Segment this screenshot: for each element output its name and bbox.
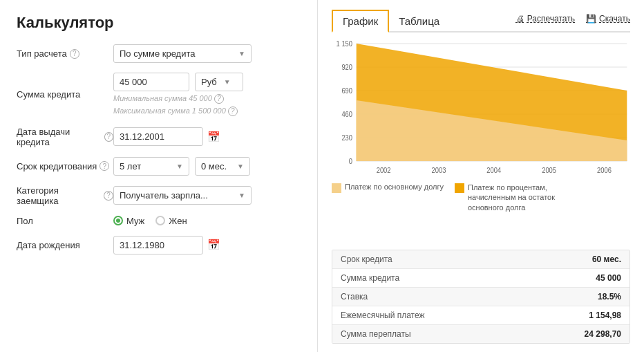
gender-row: Пол Муж Жен: [17, 216, 301, 226]
print-link[interactable]: 🖨 Распечатать: [516, 14, 575, 24]
gender-female-radio[interactable]: [155, 216, 165, 225]
category-select[interactable]: Получатель зарпла... ▼: [113, 186, 252, 205]
term-years-select[interactable]: 5 лет ▼: [113, 157, 189, 176]
left-panel: Калькулятор Тип расчета ? По сумме креди…: [0, 0, 318, 352]
chart-legend: Платеж по основному долгу Платеж по проц…: [332, 183, 630, 212]
calc-type-arrow-icon: ▼: [238, 50, 245, 57]
svg-text:460: 460: [341, 111, 352, 118]
calc-type-help-icon[interactable]: ?: [70, 49, 79, 59]
issue-date-controls: 📅: [113, 127, 301, 146]
loan-amount-label: Сумма кредита: [17, 89, 113, 100]
chart-area: 1 150 920 690 460 230 0 2002 2003 2004 2…: [332, 38, 630, 243]
issue-date-label: Дата выдачи кредита ?: [17, 127, 113, 147]
term-row: Срок кредитования ? 5 лет ▼ 0 мес. ▼: [17, 157, 301, 176]
tab-table[interactable]: Таблица: [389, 11, 449, 31]
dob-label: Дата рождения: [17, 240, 113, 250]
svg-rect-19: [332, 183, 341, 193]
svg-text:2006: 2006: [597, 167, 612, 174]
loan-amount-row: Сумма кредита Руб ▼ Минимальная сумма 45…: [17, 73, 301, 117]
dob-input[interactable]: [113, 236, 203, 254]
gender-female-label: Жен: [169, 216, 187, 226]
issue-date-help-icon[interactable]: ?: [104, 132, 113, 142]
gender-radio-group: Муж Жен: [113, 216, 301, 226]
dob-date-wrapper: 📅: [113, 236, 301, 254]
issue-date-calendar-icon[interactable]: 📅: [207, 131, 220, 143]
svg-text:2004: 2004: [486, 167, 501, 174]
category-row: Категория заемщика ? Получатель зарпла..…: [17, 185, 301, 206]
summary-value: 1 154,98: [566, 311, 621, 320]
summary-key: Сумма переплаты: [341, 329, 566, 339]
loan-amount-controls: Руб ▼ Минимальная сумма 45 000 ? Максима…: [113, 73, 301, 117]
term-years-arrow-icon: ▼: [176, 163, 183, 170]
calc-type-select[interactable]: По сумме кредита ▼: [113, 44, 252, 63]
currency-select[interactable]: Руб ▼: [195, 73, 243, 91]
summary-row: Сумма переплаты 24 298,70: [332, 325, 629, 343]
svg-text:230: 230: [341, 134, 352, 142]
loan-amount-input[interactable]: [113, 73, 189, 91]
calc-type-label: Тип расчета ?: [17, 48, 113, 59]
hint-max: Максимальная сумма 1 500 000 ?: [113, 106, 301, 116]
term-controls: 5 лет ▼ 0 мес. ▼: [113, 157, 301, 176]
summary-key: Ежемесячный платеж: [341, 311, 566, 320]
page-title: Калькулятор: [17, 14, 301, 32]
svg-text:2003: 2003: [432, 167, 446, 174]
dob-row: Дата рождения 📅: [17, 236, 301, 254]
svg-text:1 150: 1 150: [337, 40, 353, 48]
svg-text:0: 0: [349, 158, 353, 165]
hint-max-help-icon[interactable]: ?: [228, 106, 238, 116]
gender-male-radio[interactable]: [113, 216, 123, 225]
summary-table: Срок кредита 60 мес. Сумма кредита 45 00…: [332, 250, 630, 344]
term-help-icon[interactable]: ?: [100, 161, 109, 171]
download-link[interactable]: 💾 Скачать: [586, 14, 630, 24]
summary-row: Срок кредита 60 мес.: [332, 250, 629, 269]
svg-text:920: 920: [341, 64, 352, 71]
term-months-select[interactable]: 0 мес. ▼: [195, 157, 250, 176]
summary-row: Сумма кредита 45 000: [332, 269, 629, 288]
svg-text:2005: 2005: [542, 167, 556, 174]
gender-male-dot: [116, 219, 120, 223]
term-months-arrow-icon: ▼: [237, 163, 244, 170]
dob-controls: 📅: [113, 236, 301, 254]
legend-base-swatch: [332, 183, 341, 193]
summary-value: 24 298,70: [566, 329, 621, 339]
svg-text:2002: 2002: [377, 167, 391, 174]
printer-icon: 🖨: [516, 14, 524, 24]
summary-row: Ежемесячный платеж 1 154,98: [332, 306, 629, 325]
gender-female-option[interactable]: Жен: [155, 216, 187, 226]
category-help-icon[interactable]: ?: [104, 191, 113, 201]
term-label: Срок кредитования ?: [17, 161, 113, 172]
right-panel: График Таблица 🖨 Распечатать 💾 Скачать 1…: [318, 0, 644, 352]
dob-calendar-icon[interactable]: 📅: [207, 239, 220, 251]
gender-male-option[interactable]: Муж: [113, 216, 144, 226]
summary-value: 60 мес.: [566, 254, 621, 264]
loan-amount-row-inner: Руб ▼: [113, 73, 301, 91]
issue-date-wrapper: 📅: [113, 127, 301, 146]
category-arrow-icon: ▼: [238, 192, 245, 199]
issue-date-row: Дата выдачи кредита ? 📅: [17, 127, 301, 147]
gender-label: Пол: [17, 216, 113, 226]
term-controls-row: 5 лет ▼ 0 мес. ▼: [113, 157, 301, 176]
summary-row: Ставка 18.5%: [332, 288, 629, 306]
tab-chart[interactable]: График: [332, 10, 389, 33]
summary-value: 18.5%: [566, 292, 621, 302]
tabs-row: График Таблица 🖨 Распечатать 💾 Скачать: [332, 8, 630, 33]
hint-min-help-icon[interactable]: ?: [214, 94, 224, 104]
calc-type-row: Тип расчета ? По сумме кредита ▼: [17, 44, 301, 63]
download-icon: 💾: [586, 14, 596, 24]
issue-date-input[interactable]: [113, 127, 203, 146]
currency-arrow-icon: ▼: [224, 78, 231, 86]
svg-rect-20: [455, 183, 464, 193]
legend-interest: Платеж по процентам, начисленным на оста…: [455, 183, 565, 212]
gender-controls: Муж Жен: [113, 216, 301, 226]
svg-text:690: 690: [341, 87, 352, 95]
summary-key: Срок кредита: [341, 254, 566, 264]
legend-interest-swatch: [455, 183, 464, 193]
hint-min: Минимальная сумма 45 000 ?: [113, 93, 301, 104]
legend-base: Платеж по основному долгу: [332, 183, 444, 193]
calc-type-controls: По сумме кредита ▼: [113, 44, 301, 63]
gender-male-label: Муж: [126, 216, 144, 226]
category-controls: Получатель зарпла... ▼: [113, 186, 301, 205]
summary-value: 45 000: [566, 273, 621, 283]
summary-key: Сумма кредита: [341, 273, 566, 283]
chart-svg: 1 150 920 690 460 230 0 2002 2003 2004 2…: [332, 38, 630, 176]
